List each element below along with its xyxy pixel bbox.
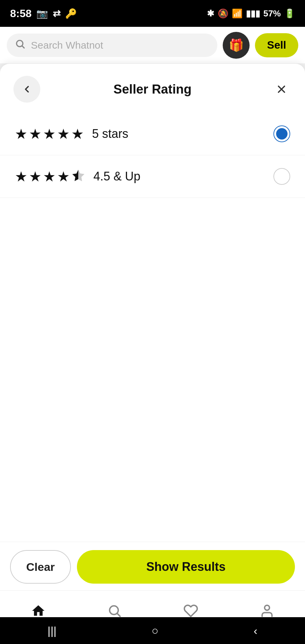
close-button[interactable] <box>271 79 292 99</box>
star-2: ★ <box>29 126 42 142</box>
key-icon: 🔑 <box>65 8 77 19</box>
star-5: ★ <box>71 126 84 142</box>
four-half-stars: ★ ★ ★ ★ <box>15 168 85 185</box>
seller-rating-modal: Seller Rating ★ ★ ★ ★ ★ 5 stars <box>0 64 305 590</box>
signal-icon: ⇄ <box>53 8 60 19</box>
four-half-label: 4.5 & Up <box>93 169 140 183</box>
bluetooth-icon: ✱ <box>207 8 214 19</box>
star-4: ★ <box>57 168 70 185</box>
wifi-icon: 📶 <box>232 8 243 19</box>
status-bar: 8:58 📷 ⇄ 🔑 ✱ 🔕 📶 ▮▮▮ 57% 🔋 <box>0 0 305 27</box>
radio-5stars-inner <box>276 128 288 140</box>
svg-line-1 <box>22 46 24 48</box>
rating-option-4half[interactable]: ★ ★ ★ ★ <box>0 155 305 198</box>
signal-bars-icon: ▮▮▮ <box>246 8 260 19</box>
five-stars-label: 5 stars <box>92 127 128 141</box>
star-4: ★ <box>57 126 70 142</box>
radio-4half <box>273 168 290 185</box>
mute-icon: 🔕 <box>218 8 228 19</box>
gift-button[interactable]: 🎁 <box>223 32 250 59</box>
rating-option-5stars[interactable]: ★ ★ ★ ★ ★ 5 stars <box>0 113 305 155</box>
radio-5stars <box>273 125 290 142</box>
half-star <box>71 168 85 184</box>
system-menu-button[interactable]: ||| <box>34 621 70 641</box>
bottom-action-bar: Clear Show Results <box>0 542 305 590</box>
gift-icon: 🎁 <box>229 38 244 52</box>
modal-title: Seller Rating <box>114 82 191 97</box>
back-button[interactable] <box>13 76 40 103</box>
svg-point-9 <box>264 605 269 610</box>
search-icon <box>15 39 26 52</box>
video-icon: 📷 <box>36 8 48 19</box>
svg-line-8 <box>117 613 120 616</box>
five-stars: ★ ★ ★ ★ ★ <box>15 126 84 142</box>
battery-text: 57% <box>263 8 281 19</box>
star-1: ★ <box>15 168 28 185</box>
star-3: ★ <box>43 126 56 142</box>
rating-list: ★ ★ ★ ★ ★ 5 stars ★ ★ ★ ★ <box>0 113 305 590</box>
star-1: ★ <box>15 126 28 142</box>
star-3: ★ <box>43 168 56 185</box>
system-back-button[interactable]: ‹ <box>240 621 271 641</box>
sell-button[interactable]: Sell <box>255 33 298 57</box>
system-nav-bar: ||| ○ ‹ <box>0 617 305 644</box>
search-placeholder: Search Whatnot <box>31 40 103 51</box>
status-time: 8:58 <box>10 7 32 20</box>
search-bar[interactable]: Search Whatnot <box>7 34 217 57</box>
system-home-button[interactable]: ○ <box>138 621 172 641</box>
star-2: ★ <box>29 168 42 185</box>
clear-button[interactable]: Clear <box>10 550 71 584</box>
battery-icon: 🔋 <box>284 8 295 19</box>
modal-header: Seller Rating <box>0 64 305 113</box>
show-results-button[interactable]: Show Results <box>77 550 295 584</box>
top-header: Search Whatnot 🎁 Sell <box>0 27 305 64</box>
